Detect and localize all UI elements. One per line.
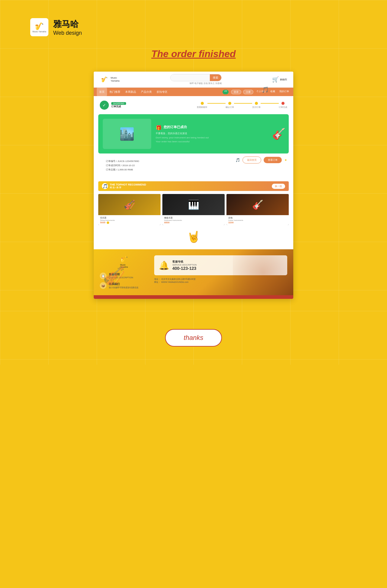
price-value-2: 3200 [228, 221, 234, 224]
price-value-0: 5000 [100, 221, 106, 224]
success-gift-row: 🎁 您的订单已成功 [156, 125, 268, 131]
site-logo: 🎷 MusicYamaha [100, 74, 119, 85]
cart-area[interactable]: 🛒 购物车 [272, 76, 287, 83]
product-card-2[interactable]: 🎸 吉他 Guitar Instruments 3200 [226, 194, 289, 225]
site-search: 搜索 钢琴 电子键盘 吉他 新乐土 乐器城 [170, 74, 222, 85]
service-card-icon: 🔔 [159, 260, 169, 270]
rec-title-text: THE TOPHOT RECOMMEND 精 选 • 推 荐 [110, 183, 146, 189]
footer-violin-decoration: 🎻 [103, 265, 125, 286]
contact-subtitle: 致力良服即可联络更多优惠信息 [109, 286, 138, 289]
step-complete: 订单完成 [279, 102, 287, 109]
step-line-1 [207, 103, 226, 104]
product-image-2: 🎸 [226, 194, 289, 215]
product-price-2: 3200 [228, 221, 287, 224]
price-value-1: 8800 [164, 221, 170, 224]
step-dot-pay [255, 102, 258, 105]
address-value: 北京市文化服务业务公路5号楼106室 [161, 278, 196, 280]
success-title: 您的订单已成功 [164, 125, 187, 129]
bottom-section: thanks [0, 311, 387, 365]
product-name-0: 弦乐器 [100, 216, 159, 219]
nav-my-orders[interactable]: 我的订单 [278, 90, 290, 94]
nav-login-btn[interactable]: 登录 [231, 90, 241, 94]
footer-red-bar [94, 295, 293, 299]
success-en-text: Don't worry, your instrument are being h… [156, 136, 268, 139]
success-illustration: 🏙️ [103, 119, 151, 149]
order-number-row: 订单编号 / JUICE-123456789D [106, 160, 139, 163]
action-buttons: 🎵 返回首页 查看订单 ✦ [236, 157, 287, 163]
star-decoration-icon: ✦ [284, 158, 287, 162]
site-header: 🎷 MusicYamaha 搜索 钢琴 电子键盘 吉他 新乐土 乐器城 🛒 购物… [94, 72, 293, 88]
website-label: 网址： [154, 281, 161, 283]
step-label-confirm: 确认订单 [226, 106, 234, 109]
step-label-complete: 订单完成 [279, 106, 287, 109]
recommend-section: 🎵 THE TOPHOT RECOMMEND 精 选 • 推 荐 换一批 🎻 弦… [94, 178, 293, 249]
nav-item-recommend[interactable]: 热门推荐 [107, 88, 123, 96]
success-en-sub: Your order has been successful [156, 140, 268, 143]
view-order-button[interactable]: 查看订单 [264, 157, 282, 163]
product-card-1[interactable]: 🎹 键盘乐器 Keyboard Instruments 8800 [162, 194, 225, 225]
nav-item-discount[interactable]: 折扣专区 [154, 88, 170, 96]
success-subtitle: 不要着急，您的乐器正在派送 [156, 132, 268, 135]
price-dot-0 [107, 221, 109, 224]
nav-item-new[interactable]: 本周新品 [123, 88, 138, 96]
nav-item-home[interactable]: 首页 [97, 88, 107, 96]
step-confirm: 确认订单 [226, 102, 234, 109]
product-info-1: 键盘乐器 Keyboard Instruments 8800 [162, 215, 225, 225]
next-batch-button[interactable]: 换一批 [272, 184, 285, 189]
product-grid: 🎻 弦乐器 String Instruments 5000 🎹 键盘乐器 [98, 194, 289, 225]
badge-text: SHOPPING 订单完成 [111, 102, 126, 108]
brand-subtitle: Web design [53, 30, 82, 36]
product-card-0[interactable]: 🎻 弦乐器 String Instruments 5000 [98, 194, 161, 225]
site-logo-text: MusicYamaha [111, 76, 119, 83]
nav-favorites[interactable]: 收藏 [269, 90, 276, 94]
badge-shopping-label: SHOPPING [111, 102, 126, 105]
step-label-cart: 查看购物车 [197, 106, 207, 109]
hand-gesture-area: 🤘 [98, 228, 289, 246]
footer-saxophone-icon: 🎷 [120, 255, 128, 263]
saxophone-icon: 🎷 [35, 22, 44, 31]
order-complete-badge: ✓ SHOPPING 订单完成 [100, 101, 126, 110]
step-line-3 [261, 103, 279, 104]
brand-name-area: 雅马哈 Web design [53, 18, 82, 36]
product-name-2: 吉他 [228, 216, 287, 219]
hotline-title: 客服专线 [172, 260, 197, 264]
search-tags: 钢琴 电子键盘 吉他 新乐土 乐器城 [190, 82, 222, 85]
order-date-row: 订单成功时间 / 2018-10-22 [106, 164, 139, 167]
search-button[interactable]: 搜索 [210, 74, 221, 81]
order-amount-label: 订单总额 / [106, 168, 118, 171]
logo-area: 🎷 Music Yamaha 雅马哈 Web design [30, 18, 387, 36]
logo-box-text: Music Yamaha [32, 31, 46, 33]
site-nav: 首页 热门推荐 本周新品 产品分类 折扣专区 VR 登录 注册 个人中心 收藏 … [94, 88, 293, 96]
step-dot-confirm [228, 102, 231, 105]
thanks-button[interactable]: thanks [165, 329, 222, 347]
hotline-subtitle: SERVICE DESCRIPTION [172, 264, 197, 266]
nav-item-category[interactable]: 产品分类 [138, 88, 154, 96]
page-title: The order finished [0, 48, 387, 60]
order-info: 订单编号 / JUICE-123456789D 订单成功时间 / 2018-10… [100, 157, 145, 175]
website-value: WWW.YAMA&SOUND&.com [161, 281, 188, 283]
address-label: 地址： [154, 278, 161, 280]
order-number-value: JUICE-123456789D [118, 160, 139, 163]
order-date-label: 订单成功时间 / [106, 164, 122, 167]
back-home-button[interactable]: 返回首页 [242, 157, 261, 163]
search-input[interactable] [171, 74, 210, 81]
order-amount-row: 订单总额 / 1,999.00 RMB [106, 168, 139, 171]
search-bar[interactable]: 搜索 [170, 74, 222, 81]
order-amount-value: 1,999.00 RMB [118, 168, 133, 171]
step-label-pay: 支付订单 [252, 106, 261, 109]
site-footer: 🎻 🎷 MusicYamaha 📋 服务说明 SERVICE DESCRIPTI… [94, 249, 293, 295]
nav-register-btn[interactable]: 注册 [243, 90, 253, 94]
brand-chinese-name: 雅马哈 [53, 18, 82, 30]
rec-music-icon: 🎵 [102, 183, 108, 189]
product-image-0: 🎻 [98, 194, 161, 215]
step-dot-cart [201, 102, 204, 105]
step-pay: 支付订单 [252, 102, 261, 109]
footer-floral-decoration [233, 250, 293, 295]
success-banner: 🏙️ 🎁 您的订单已成功 不要着急，您的乐器正在派送 Don't worry, … [98, 114, 289, 153]
step-cart: 查看购物车 [197, 102, 207, 109]
music-decoration-icon: 🎵 [236, 158, 240, 162]
product-price-0: 5000 [100, 221, 159, 224]
product-name-1: 键盘乐器 [164, 216, 223, 219]
product-info-0: 弦乐器 String Instruments 5000 [98, 215, 161, 225]
brand-logo-box: 🎷 Music Yamaha [30, 18, 48, 36]
